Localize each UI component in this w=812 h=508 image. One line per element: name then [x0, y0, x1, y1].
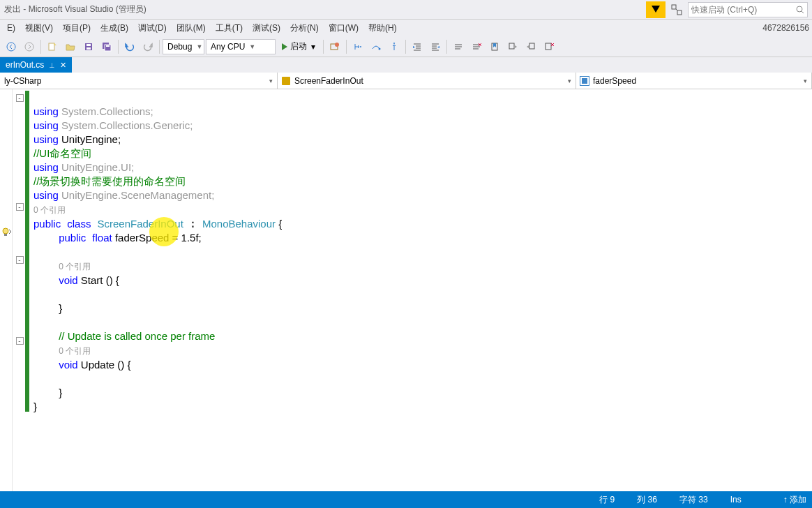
back-icon[interactable] — [3, 38, 20, 55]
menu-item[interactable]: 工具(T) — [211, 21, 247, 36]
svg-rect-7 — [49, 43, 54, 50]
close-icon[interactable]: ✕ — [60, 61, 66, 70]
nav-bar: ly-CSharp▾ ScreenFaderInOut▾ faderSpeed▾ — [0, 73, 812, 89]
notification-icon[interactable] — [646, 1, 666, 18]
svg-point-17 — [379, 47, 381, 50]
tool-icon[interactable] — [326, 38, 343, 55]
svg-rect-1 — [677, 10, 682, 15]
menu-item[interactable]: 测试(S) — [248, 21, 285, 36]
menu-item[interactable]: 团队(M) — [172, 21, 210, 36]
fold-minus-icon[interactable]: - — [16, 256, 24, 264]
tab-label: erInOut.cs — [6, 60, 44, 70]
menu-right-text: 4672826156 — [762, 23, 809, 33]
title-bar: 发出 - Microsoft Visual Studio (管理员) — [0, 0, 812, 20]
pin-icon[interactable]: ⟂ — [50, 61, 54, 69]
fold-minus-icon[interactable]: - — [16, 203, 24, 211]
svg-line-2 — [676, 9, 677, 10]
indent-icon[interactable] — [409, 38, 426, 55]
menu-item[interactable]: 分析(N) — [286, 21, 323, 36]
svg-rect-36 — [509, 43, 514, 49]
fold-minus-icon[interactable]: - — [16, 337, 24, 345]
menu-item[interactable]: 帮助(H) — [364, 21, 401, 36]
svg-rect-38 — [546, 43, 551, 50]
svg-point-41 — [3, 228, 8, 234]
search-icon — [796, 6, 804, 14]
bk-clear-icon[interactable] — [541, 38, 557, 55]
step-icon[interactable] — [349, 38, 366, 55]
nav-class[interactable]: ScreenFaderInOut▾ — [278, 73, 576, 89]
fold-minus-icon[interactable]: - — [16, 94, 24, 102]
class-icon — [282, 77, 290, 85]
bk-prev-icon[interactable] — [522, 38, 539, 55]
quick-launch-input[interactable] — [691, 5, 796, 15]
svg-point-3 — [797, 6, 802, 12]
menu-item[interactable]: 窗口(W) — [324, 21, 363, 36]
svg-rect-37 — [529, 43, 534, 49]
save-icon[interactable] — [80, 38, 97, 55]
fold-column[interactable]: - - - - — [13, 89, 27, 491]
lightbulb-icon[interactable] — [1, 227, 11, 237]
window-title: 发出 - Microsoft Visual Studio (管理员) — [4, 3, 146, 15]
stepout-icon[interactable] — [386, 38, 403, 55]
svg-rect-10 — [87, 47, 91, 50]
stepover-icon[interactable] — [368, 38, 384, 55]
status-ins: Ins — [730, 495, 742, 505]
svg-point-6 — [25, 43, 33, 51]
redo-icon[interactable] — [140, 38, 156, 55]
config-combo[interactable]: Debug▼ — [163, 39, 204, 54]
menu-item[interactable]: 调试(D) — [134, 21, 171, 36]
quick-launch[interactable] — [688, 2, 808, 17]
code-area[interactable]: using System.Collections; using System.C… — [27, 89, 812, 491]
svg-point-15 — [335, 43, 339, 47]
new-icon[interactable] — [44, 38, 61, 55]
bookmark-icon[interactable] — [486, 38, 503, 55]
svg-rect-0 — [672, 5, 676, 9]
tab-bar: erInOut.cs ⟂ ✕ — [0, 57, 812, 73]
nav-member[interactable]: faderSpeed▾ — [576, 73, 812, 89]
svg-rect-9 — [87, 44, 91, 46]
status-char: 字符 33 — [679, 494, 708, 506]
platform-combo[interactable]: Any CPU▼ — [206, 39, 276, 54]
nav-project[interactable]: ly-CSharp▾ — [0, 73, 278, 89]
run-button[interactable]: 启动▾ — [277, 38, 320, 55]
forward-icon[interactable] — [21, 38, 38, 55]
status-add[interactable]: ↑ 添加 — [783, 494, 806, 506]
menu-item[interactable]: 生成(B) — [96, 21, 133, 36]
undo-icon[interactable] — [121, 38, 138, 55]
editor[interactable]: - - - - using System.Collections; using … — [0, 89, 812, 491]
status-col: 列 36 — [637, 494, 657, 506]
menu-item[interactable]: E) — [3, 22, 20, 34]
svg-line-4 — [802, 11, 804, 13]
toolbar: Debug▼ Any CPU▼ 启动▾ — [0, 36, 812, 57]
outdent-icon[interactable] — [427, 38, 444, 55]
play-icon — [282, 43, 287, 50]
menu-item[interactable]: 视图(V) — [21, 21, 57, 36]
uncomment-icon[interactable] — [468, 38, 485, 55]
field-icon — [580, 77, 589, 85]
open-icon[interactable] — [62, 38, 79, 55]
tab-file[interactable]: erInOut.cs ⟂ ✕ — [0, 57, 72, 73]
status-bar: 行 9 列 36 字符 33 Ins ↑ 添加 — [0, 491, 812, 508]
margin — [0, 89, 13, 491]
status-line: 行 9 — [599, 494, 615, 506]
svg-point-16 — [360, 46, 361, 47]
menu-bar: E) 视图(V) 项目(P) 生成(B) 调试(D) 团队(M) 工具(T) 测… — [0, 20, 812, 36]
bk-next-icon[interactable] — [504, 38, 521, 55]
svg-point-18 — [393, 43, 395, 44]
svg-point-5 — [7, 43, 15, 51]
svg-rect-13 — [106, 45, 110, 47]
feedback-icon[interactable] — [668, 1, 685, 18]
highlight-marker — [149, 217, 179, 246]
saveall-icon[interactable] — [98, 38, 115, 55]
comment-icon[interactable] — [450, 38, 467, 55]
menu-item[interactable]: 项目(P) — [59, 21, 95, 36]
svg-rect-42 — [4, 234, 7, 236]
